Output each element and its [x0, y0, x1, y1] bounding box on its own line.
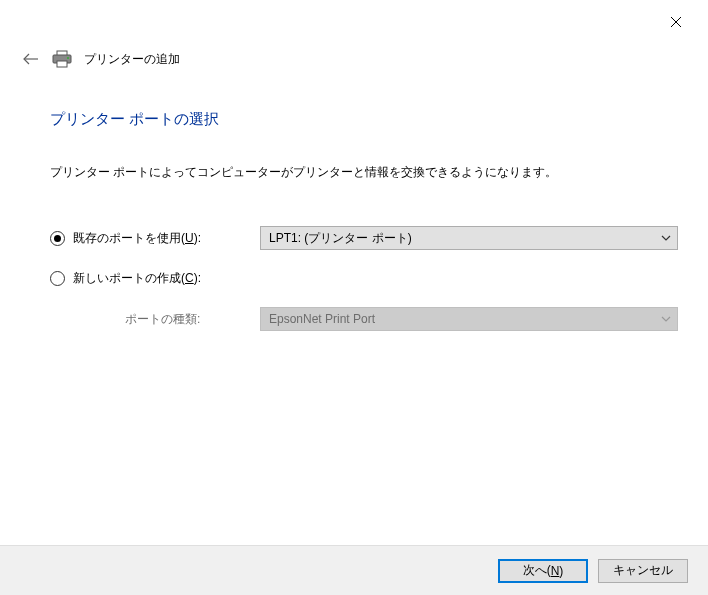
next-button[interactable]: 次へ(N) [498, 559, 588, 583]
port-type-row: ポートの種類: EpsonNet Print Port [50, 307, 678, 331]
close-button[interactable] [664, 10, 688, 34]
chevron-down-icon [661, 314, 671, 324]
new-port-row: 新しいポートの作成(C): [50, 270, 678, 287]
existing-port-select[interactable]: LPT1: (プリンター ポート) [260, 226, 678, 250]
svg-point-6 [67, 57, 69, 59]
back-arrow-icon [23, 53, 39, 65]
new-port-label: 新しいポートの作成(C): [73, 270, 201, 287]
back-button[interactable] [22, 50, 40, 68]
port-type-select: EpsonNet Print Port [260, 307, 678, 331]
wizard-title: プリンターの追加 [84, 51, 180, 68]
port-type-label: ポートの種類: [50, 311, 260, 328]
existing-port-radio[interactable] [50, 231, 65, 246]
port-type-value: EpsonNet Print Port [269, 312, 375, 326]
button-bar: 次へ(N) キャンセル [0, 545, 708, 595]
page-description: プリンター ポートによってコンピューターがプリンターと情報を交換できるようになり… [50, 164, 678, 181]
chevron-down-icon [661, 233, 671, 243]
page-heading: プリンター ポートの選択 [50, 110, 678, 129]
cancel-button[interactable]: キャンセル [598, 559, 688, 583]
new-port-radio-group[interactable]: 新しいポートの作成(C): [50, 270, 260, 287]
svg-rect-5 [57, 61, 67, 67]
existing-port-row: 既存のポートを使用(U): LPT1: (プリンター ポート) [50, 226, 678, 250]
existing-port-value: LPT1: (プリンター ポート) [269, 230, 412, 247]
existing-port-radio-group[interactable]: 既存のポートを使用(U): [50, 230, 260, 247]
printer-icon [52, 50, 72, 68]
new-port-radio[interactable] [50, 271, 65, 286]
close-icon [670, 16, 682, 28]
content-area: プリンター ポートの選択 プリンター ポートによってコンピューターがプリンターと… [50, 110, 678, 351]
existing-port-label: 既存のポートを使用(U): [73, 230, 201, 247]
wizard-header: プリンターの追加 [22, 50, 180, 68]
